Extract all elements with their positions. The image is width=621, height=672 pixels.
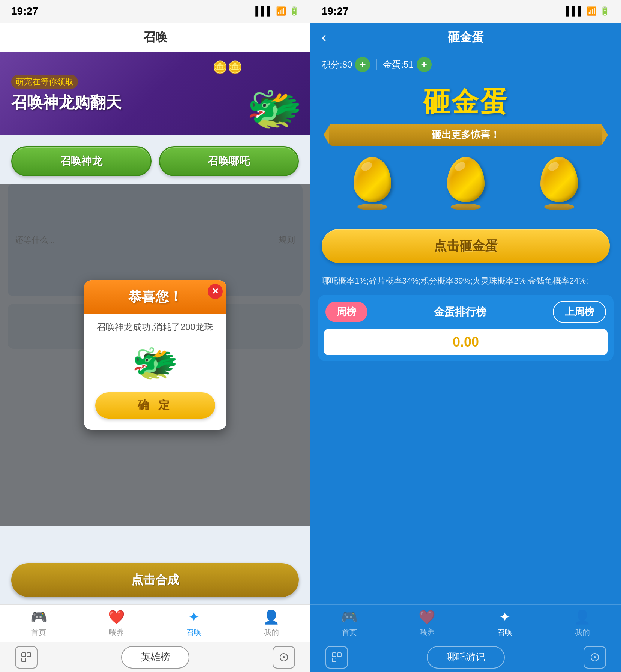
modal-dragon-icon: 🐲 xyxy=(95,340,215,385)
tab-feed[interactable]: ❤️ 喂养 xyxy=(78,609,155,638)
right-action-bar: 哪吒游记 xyxy=(310,642,621,672)
back-button[interactable]: ‹ xyxy=(322,30,326,45)
tab-feed-label: 喂养 xyxy=(109,627,124,638)
modal-close-button[interactable]: ✕ xyxy=(208,284,223,299)
egg-stand-1 xyxy=(357,204,387,210)
right-feed-icon: ❤️ xyxy=(418,609,435,625)
right-title-section: 砸金蛋 砸出更多惊喜！ xyxy=(310,76,621,150)
separator xyxy=(376,59,377,70)
leaderboard-title: 金蛋排行榜 xyxy=(374,305,547,319)
banner-dragon-icon: 🐲 xyxy=(246,82,303,135)
right-tab-feed-label: 喂养 xyxy=(420,627,435,638)
add-eggs-button[interactable]: + xyxy=(417,57,432,72)
right-corner-btn-1[interactable] xyxy=(326,646,348,669)
right-tab-bar: 🎮 首页 ❤️ 喂养 ✦ 召唤 👤 我的 xyxy=(310,604,621,642)
right-spacer xyxy=(310,361,621,604)
left-nav-title: 召唤 xyxy=(143,29,167,46)
tab-summon-label: 召唤 xyxy=(186,627,201,638)
egg-shape-1 xyxy=(354,157,391,202)
right-home-icon: 🎮 xyxy=(341,609,358,625)
left-status-icons: ▌▌▌ 📶 🔋 xyxy=(255,6,299,16)
summon-dragon-button[interactable]: 召唤神龙 xyxy=(11,146,152,176)
modal-description: 召唤神龙成功,消耗了200龙珠 xyxy=(95,321,215,333)
svg-rect-5 xyxy=(332,653,336,657)
right-status-icons: ▌▌▌ 📶 🔋 xyxy=(566,6,610,16)
signal-icon: ▌▌▌ xyxy=(255,6,273,16)
left-time: 19:27 xyxy=(11,5,38,17)
left-status-bar: 19:27 ▌▌▌ 📶 🔋 xyxy=(0,0,310,22)
eggs-label: 金蛋:51 xyxy=(383,58,413,70)
tab-mine-label: 我的 xyxy=(264,627,279,638)
right-status-bar: 19:27 ▌▌▌ 📶 🔋 xyxy=(310,0,621,22)
egg-1 xyxy=(354,157,391,210)
eggs-item: 金蛋:51 + xyxy=(383,57,431,72)
points-bar: 积分:80 + 金蛋:51 + xyxy=(310,52,621,76)
svg-point-4 xyxy=(283,656,285,658)
tab-mine[interactable]: 👤 我的 xyxy=(232,609,310,638)
smash-button[interactable]: 点击砸金蛋 xyxy=(322,229,610,263)
right-phone: ‹ 砸金蛋 积分:80 + 金蛋:51 + 砸金蛋 砸出更多惊喜！ xyxy=(310,22,621,672)
synthesize-button[interactable]: 点击合成 xyxy=(11,563,299,597)
leaderboard-section: 周榜 金蛋排行榜 上周榜 0.00 xyxy=(318,295,614,361)
right-tab-mine-label: 我的 xyxy=(575,627,590,638)
wifi-icon-r: 📶 xyxy=(586,6,597,16)
right-tab-home[interactable]: 🎮 首页 xyxy=(310,609,388,638)
left-action-bar: 英雄榜 xyxy=(0,642,310,672)
nezha-journey-button[interactable]: 哪吒游记 xyxy=(427,646,505,669)
points-label: 积分:80 xyxy=(322,58,352,70)
eggs-area xyxy=(310,150,621,222)
feed-icon: ❤️ xyxy=(108,609,125,625)
right-time: 19:27 xyxy=(322,5,349,17)
smash-title: 砸金蛋 xyxy=(322,84,610,120)
tab-home[interactable]: 🎮 首页 xyxy=(0,609,78,638)
right-tab-home-label: 首页 xyxy=(342,627,357,638)
battery-icon: 🔋 xyxy=(289,6,299,16)
leaderboard-score: 0.00 xyxy=(453,334,479,350)
phones-container: 召唤 萌宠在等你领取 召唤神龙购翻天 🐲 🪙🪙 召唤神龙 召唤哪吒 还等什么..… xyxy=(0,22,621,672)
last-week-tab[interactable]: 上周榜 xyxy=(553,301,606,323)
egg-stand-2 xyxy=(451,204,481,210)
egg-2 xyxy=(447,157,484,210)
leaderboard-score-row: 0.00 xyxy=(324,329,608,355)
hero-ranking-button[interactable]: 英雄榜 xyxy=(121,646,189,669)
egg-shape-3 xyxy=(540,157,578,202)
probability-text: 哪吒概率1%;碎片概率34%;积分概率39%;火灵珠概率2%;金钱龟概率24%; xyxy=(310,270,621,295)
leaderboard-tabs: 周榜 金蛋排行榜 上周榜 xyxy=(318,295,614,329)
right-corner-btn-2[interactable] xyxy=(584,646,606,669)
svg-rect-1 xyxy=(27,653,31,657)
svg-rect-6 xyxy=(338,653,341,657)
egg-stand-3 xyxy=(544,204,574,210)
wifi-icon: 📶 xyxy=(276,6,286,16)
tab-summon[interactable]: ✦ 召唤 xyxy=(155,609,233,638)
right-tab-mine[interactable]: 👤 我的 xyxy=(543,609,621,638)
right-nav-bar: ‹ 砸金蛋 xyxy=(310,22,621,52)
left-corner-btn-1[interactable] xyxy=(15,646,38,669)
ribbon-banner: 砸出更多惊喜！ xyxy=(329,124,602,146)
summon-nezha-button[interactable]: 召唤哪吒 xyxy=(159,146,299,176)
right-nav-title: 砸金蛋 xyxy=(448,29,484,46)
right-tab-summon[interactable]: ✦ 召唤 xyxy=(466,609,543,638)
svg-rect-0 xyxy=(22,653,26,657)
home-icon: 🎮 xyxy=(30,609,47,625)
summon-icon: ✦ xyxy=(188,609,200,625)
banner-text: 萌宠在等你领取 召唤神龙购翻天 xyxy=(11,75,122,113)
right-tab-feed[interactable]: ❤️ 喂养 xyxy=(388,609,466,638)
weekly-tab[interactable]: 周榜 xyxy=(326,302,368,322)
egg-3 xyxy=(540,157,578,210)
summon-buttons-row: 召唤神龙 召唤哪吒 xyxy=(0,135,310,184)
svg-point-9 xyxy=(594,656,596,658)
left-phone: 召唤 萌宠在等你领取 召唤神龙购翻天 🐲 🪙🪙 召唤神龙 召唤哪吒 还等什么..… xyxy=(0,22,310,672)
ribbon-text: 砸出更多惊喜！ xyxy=(432,129,500,140)
banner-coins-icon: 🪙🪙 xyxy=(213,60,243,74)
signal-icon-r: ▌▌▌ xyxy=(566,6,584,16)
modal-confirm-button[interactable]: 确 定 xyxy=(95,392,215,418)
banner-small-text: 萌宠在等你领取 xyxy=(11,75,78,89)
modal-box: 恭喜您！ ✕ 召唤神龙成功,消耗了200龙珠 🐲 确 定 xyxy=(84,280,226,430)
mine-icon: 👤 xyxy=(263,609,280,625)
right-summon-icon: ✦ xyxy=(499,609,510,625)
banner-area: 萌宠在等你领取 召唤神龙购翻天 🐲 🪙🪙 xyxy=(0,52,310,135)
modal-header: 恭喜您！ ✕ xyxy=(84,280,226,314)
left-corner-btn-2[interactable] xyxy=(273,646,295,669)
add-points-button[interactable]: + xyxy=(355,57,370,72)
status-bar: 19:27 ▌▌▌ 📶 🔋 19:27 ▌▌▌ 📶 🔋 xyxy=(0,0,621,22)
